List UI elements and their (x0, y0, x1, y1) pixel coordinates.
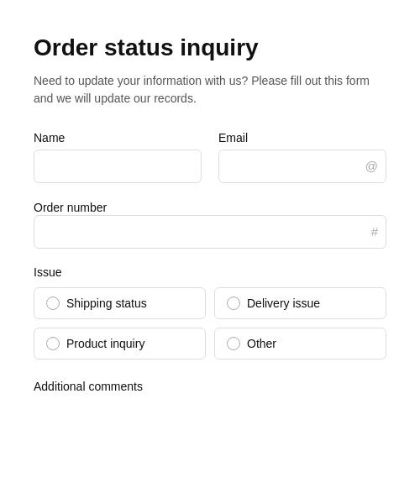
radio-label-other: Other (247, 337, 276, 350)
order-number-input-wrapper: # (34, 215, 386, 249)
page-description: Need to update your information with us?… (34, 72, 386, 108)
page-title: Order status inquiry (34, 34, 386, 62)
name-label: Name (34, 131, 202, 144)
email-label: Email (218, 131, 386, 144)
email-input[interactable] (218, 150, 386, 183)
radio-circle-shipping-status (46, 297, 60, 310)
radio-label-product-inquiry: Product inquiry (66, 337, 144, 350)
email-input-wrapper: @ (218, 150, 386, 183)
name-input[interactable] (34, 150, 202, 183)
issue-radio-grid: Shipping status Delivery issue Product i… (34, 287, 386, 360)
issue-label: Issue (34, 265, 386, 279)
radio-circle-other (227, 337, 240, 350)
order-number-section: Order number # (34, 200, 386, 249)
radio-circle-product-inquiry (46, 337, 60, 350)
radio-label-delivery-issue: Delivery issue (247, 297, 320, 310)
additional-comments-section: Additional comments (34, 380, 386, 393)
name-input-wrapper (34, 150, 202, 183)
radio-circle-delivery-issue (227, 297, 240, 310)
order-number-label: Order number (34, 201, 107, 214)
radio-option-delivery-issue[interactable]: Delivery issue (214, 287, 386, 319)
radio-label-shipping-status: Shipping status (66, 297, 147, 310)
name-email-row: Name Email @ (34, 131, 386, 183)
email-group: Email @ (218, 131, 386, 183)
issue-section: Issue Shipping status Delivery issue Pro… (34, 265, 386, 360)
radio-option-shipping-status[interactable]: Shipping status (34, 287, 206, 319)
additional-comments-label: Additional comments (34, 380, 386, 393)
radio-option-other[interactable]: Other (214, 328, 386, 360)
radio-option-product-inquiry[interactable]: Product inquiry (34, 328, 206, 360)
order-number-input[interactable] (34, 215, 386, 249)
name-group: Name (34, 131, 202, 183)
